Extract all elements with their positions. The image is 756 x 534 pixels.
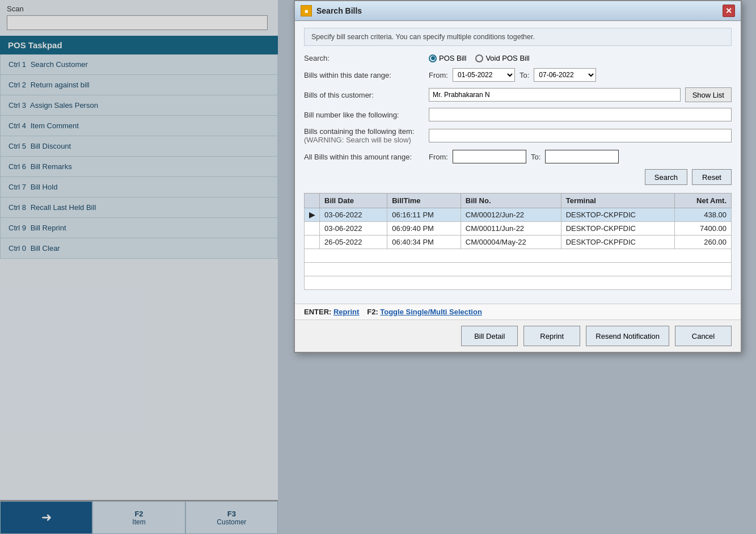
amount-from-input[interactable] <box>453 150 526 163</box>
search-radio-row: Search: POS Bill Void POS Bill <box>304 54 732 62</box>
amount-from-label: From: <box>429 153 448 161</box>
table-row[interactable]: 26-05-2022 06:40:34 PM CM/00004/May-22 D… <box>305 236 732 249</box>
empty-row <box>305 276 732 290</box>
row-amount: 7400.00 <box>675 222 732 236</box>
date-from-label: From: <box>429 71 448 79</box>
radio-void-label: Void POS Bill <box>485 54 529 62</box>
amount-range-row: All Bills within this amount range: From… <box>304 150 732 163</box>
show-list-button[interactable]: Show List <box>685 87 732 102</box>
search-bills-dialog: ■ Search Bills ✕ Specify bill search cri… <box>294 0 742 353</box>
date-range-controls: From: 01-05-2022 To: 07-06-2022 <box>429 68 732 82</box>
bill-number-input[interactable] <box>429 108 732 121</box>
row-bill-no: CM/00012/Jun-22 <box>461 208 561 222</box>
bill-number-label: Bill number like the following: <box>304 111 429 119</box>
radio-pos-bill[interactable]: POS Bill <box>429 54 466 62</box>
row-indicator <box>305 236 320 249</box>
row-bill-no: CM/00011/Jun-22 <box>461 222 561 236</box>
footer-enter-label: ENTER: <box>304 308 331 316</box>
reprint-button[interactable]: Reprint <box>523 326 580 346</box>
dialog-title-left: ■ Search Bills <box>301 5 362 16</box>
dialog-title: Search Bills <box>316 6 362 15</box>
row-terminal: DESKTOP-CKPFDIC <box>561 222 674 236</box>
date-range-row: Bills within this date range: From: 01-0… <box>304 68 732 82</box>
cancel-button[interactable]: Cancel <box>675 326 732 346</box>
bill-number-controls <box>429 108 732 121</box>
col-bill-time: BillTime <box>387 194 461 208</box>
table-header-row: Bill Date BillTime Bill No. Terminal Net… <box>305 194 732 208</box>
col-net-amt: Net Amt. <box>675 194 732 208</box>
amount-to-label: To: <box>531 153 540 161</box>
item-label: Bills containing the following item: (WA… <box>304 127 429 144</box>
col-bill-no: Bill No. <box>461 194 561 208</box>
dialog-titlebar: ■ Search Bills ✕ <box>295 1 741 21</box>
reset-button[interactable]: Reset <box>692 169 732 185</box>
row-amount: 260.00 <box>675 236 732 249</box>
close-button[interactable]: ✕ <box>723 5 735 17</box>
search-label: Search: <box>304 54 429 62</box>
customer-label: Bills of this customer: <box>304 91 429 99</box>
radio-pos-dot <box>431 56 435 60</box>
amount-range-label: All Bills within this amount range: <box>304 153 429 161</box>
bill-number-row: Bill number like the following: <box>304 108 732 121</box>
item-row: Bills containing the following item: (WA… <box>304 127 732 144</box>
row-terminal: DESKTOP-CKPFDIC <box>561 236 674 249</box>
table-row[interactable]: 03-06-2022 06:09:40 PM CM/00011/Jun-22 D… <box>305 222 732 236</box>
search-button[interactable]: Search <box>645 169 687 185</box>
col-terminal: Terminal <box>561 194 674 208</box>
results-table: Bill Date BillTime Bill No. Terminal Net… <box>304 193 732 290</box>
customer-row: Bills of this customer: Show List <box>304 87 732 102</box>
row-time: 06:16:11 PM <box>387 208 461 222</box>
row-indicator <box>305 222 320 236</box>
table-row[interactable]: ▶ 03-06-2022 06:16:11 PM CM/00012/Jun-22… <box>305 208 732 222</box>
customer-input[interactable] <box>429 88 681 102</box>
col-bill-date: Bill Date <box>320 194 387 208</box>
footer-buttons: Bill Detail Reprint Resend Notification … <box>295 319 741 352</box>
footer-reprint-link[interactable]: Reprint <box>333 308 360 316</box>
radio-void-bill[interactable]: Void POS Bill <box>475 54 529 62</box>
row-time: 06:09:40 PM <box>387 222 461 236</box>
row-time: 06:40:34 PM <box>387 236 461 249</box>
footer-toggle-link[interactable]: Toggle Single/Multi Selection <box>380 308 482 316</box>
col-indicator <box>305 194 320 208</box>
footer-f2-label: F2: <box>367 308 378 316</box>
app-icon: ■ <box>301 5 312 16</box>
dialog-body: Specify bill search criteria. You can sp… <box>295 21 741 304</box>
table-body: ▶ 03-06-2022 06:16:11 PM CM/00012/Jun-22… <box>305 208 732 290</box>
radio-group: POS Bill Void POS Bill <box>429 54 732 62</box>
footer-info: ENTER: Reprint F2: Toggle Single/Multi S… <box>295 304 741 319</box>
row-bill-no: CM/00004/May-22 <box>461 236 561 249</box>
radio-void-circle <box>475 54 483 62</box>
row-amount: 438.00 <box>675 208 732 222</box>
row-date: 03-06-2022 <box>320 208 387 222</box>
bill-detail-button[interactable]: Bill Detail <box>461 326 518 346</box>
empty-row <box>305 263 732 276</box>
item-controls <box>429 129 732 142</box>
row-date: 03-06-2022 <box>320 222 387 236</box>
row-indicator: ▶ <box>305 208 320 222</box>
search-reset-row: Search Reset <box>304 169 732 185</box>
empty-row <box>305 249 732 263</box>
row-terminal: DESKTOP-CKPFDIC <box>561 208 674 222</box>
date-to-label: To: <box>520 71 529 79</box>
radio-pos-circle <box>429 54 437 62</box>
amount-to-input[interactable] <box>545 150 619 163</box>
date-to-select[interactable]: 07-06-2022 <box>534 68 596 82</box>
date-from-select[interactable]: 01-05-2022 <box>453 68 515 82</box>
item-input[interactable] <box>429 129 732 142</box>
customer-controls: Show List <box>429 87 732 102</box>
resend-notification-button[interactable]: Resend Notification <box>586 326 669 346</box>
info-bar: Specify bill search criteria. You can sp… <box>304 28 732 46</box>
amount-range-controls: From: To: <box>429 150 732 163</box>
radio-pos-label: POS Bill <box>439 54 466 62</box>
row-date: 26-05-2022 <box>320 236 387 249</box>
date-range-label: Bills within this date range: <box>304 71 429 79</box>
